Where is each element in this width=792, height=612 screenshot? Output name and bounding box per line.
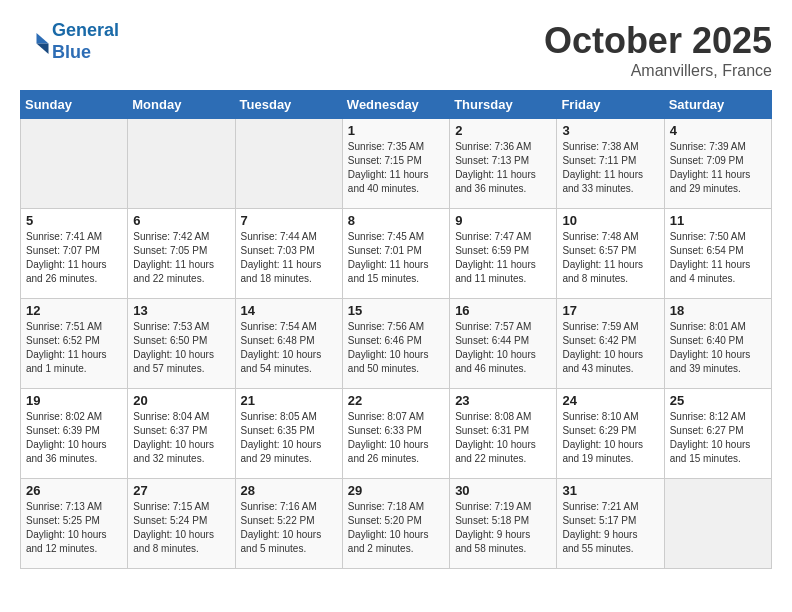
day-info: Sunrise: 7:44 AM Sunset: 7:03 PM Dayligh… <box>241 230 337 286</box>
calendar-cell: 21Sunrise: 8:05 AM Sunset: 6:35 PM Dayli… <box>235 389 342 479</box>
day-number: 26 <box>26 483 122 498</box>
day-number: 22 <box>348 393 444 408</box>
calendar-cell: 24Sunrise: 8:10 AM Sunset: 6:29 PM Dayli… <box>557 389 664 479</box>
day-info: Sunrise: 8:07 AM Sunset: 6:33 PM Dayligh… <box>348 410 444 466</box>
day-number: 29 <box>348 483 444 498</box>
day-number: 24 <box>562 393 658 408</box>
calendar-cell: 29Sunrise: 7:18 AM Sunset: 5:20 PM Dayli… <box>342 479 449 569</box>
calendar-cell: 26Sunrise: 7:13 AM Sunset: 5:25 PM Dayli… <box>21 479 128 569</box>
calendar-cell: 31Sunrise: 7:21 AM Sunset: 5:17 PM Dayli… <box>557 479 664 569</box>
day-info: Sunrise: 7:54 AM Sunset: 6:48 PM Dayligh… <box>241 320 337 376</box>
day-number: 6 <box>133 213 229 228</box>
week-row-4: 19Sunrise: 8:02 AM Sunset: 6:39 PM Dayli… <box>21 389 772 479</box>
day-info: Sunrise: 7:15 AM Sunset: 5:24 PM Dayligh… <box>133 500 229 556</box>
day-info: Sunrise: 7:56 AM Sunset: 6:46 PM Dayligh… <box>348 320 444 376</box>
weekday-header-saturday: Saturday <box>664 91 771 119</box>
day-info: Sunrise: 7:50 AM Sunset: 6:54 PM Dayligh… <box>670 230 766 286</box>
calendar-cell: 8Sunrise: 7:45 AM Sunset: 7:01 PM Daylig… <box>342 209 449 299</box>
day-info: Sunrise: 7:53 AM Sunset: 6:50 PM Dayligh… <box>133 320 229 376</box>
calendar-cell: 9Sunrise: 7:47 AM Sunset: 6:59 PM Daylig… <box>450 209 557 299</box>
day-number: 13 <box>133 303 229 318</box>
calendar-table: SundayMondayTuesdayWednesdayThursdayFrid… <box>20 90 772 569</box>
weekday-header-tuesday: Tuesday <box>235 91 342 119</box>
day-info: Sunrise: 8:01 AM Sunset: 6:40 PM Dayligh… <box>670 320 766 376</box>
day-number: 5 <box>26 213 122 228</box>
calendar-cell: 11Sunrise: 7:50 AM Sunset: 6:54 PM Dayli… <box>664 209 771 299</box>
day-number: 18 <box>670 303 766 318</box>
calendar-cell: 15Sunrise: 7:56 AM Sunset: 6:46 PM Dayli… <box>342 299 449 389</box>
weekday-header-wednesday: Wednesday <box>342 91 449 119</box>
day-number: 19 <box>26 393 122 408</box>
day-number: 23 <box>455 393 551 408</box>
day-info: Sunrise: 7:21 AM Sunset: 5:17 PM Dayligh… <box>562 500 658 556</box>
day-number: 25 <box>670 393 766 408</box>
svg-marker-0 <box>37 33 49 44</box>
day-number: 17 <box>562 303 658 318</box>
day-info: Sunrise: 7:39 AM Sunset: 7:09 PM Dayligh… <box>670 140 766 196</box>
calendar-cell: 17Sunrise: 7:59 AM Sunset: 6:42 PM Dayli… <box>557 299 664 389</box>
day-number: 14 <box>241 303 337 318</box>
day-info: Sunrise: 7:47 AM Sunset: 6:59 PM Dayligh… <box>455 230 551 286</box>
day-info: Sunrise: 8:12 AM Sunset: 6:27 PM Dayligh… <box>670 410 766 466</box>
day-info: Sunrise: 8:05 AM Sunset: 6:35 PM Dayligh… <box>241 410 337 466</box>
day-info: Sunrise: 7:19 AM Sunset: 5:18 PM Dayligh… <box>455 500 551 556</box>
week-row-2: 5Sunrise: 7:41 AM Sunset: 7:07 PM Daylig… <box>21 209 772 299</box>
day-number: 31 <box>562 483 658 498</box>
calendar-cell: 25Sunrise: 8:12 AM Sunset: 6:27 PM Dayli… <box>664 389 771 479</box>
calendar-cell: 1Sunrise: 7:35 AM Sunset: 7:15 PM Daylig… <box>342 119 449 209</box>
calendar-cell <box>664 479 771 569</box>
calendar-cell <box>235 119 342 209</box>
day-number: 3 <box>562 123 658 138</box>
calendar-cell: 13Sunrise: 7:53 AM Sunset: 6:50 PM Dayli… <box>128 299 235 389</box>
day-number: 1 <box>348 123 444 138</box>
logo-text: General Blue <box>52 20 119 63</box>
calendar-cell <box>128 119 235 209</box>
day-number: 4 <box>670 123 766 138</box>
day-info: Sunrise: 7:18 AM Sunset: 5:20 PM Dayligh… <box>348 500 444 556</box>
day-info: Sunrise: 7:36 AM Sunset: 7:13 PM Dayligh… <box>455 140 551 196</box>
calendar-cell: 18Sunrise: 8:01 AM Sunset: 6:40 PM Dayli… <box>664 299 771 389</box>
day-number: 30 <box>455 483 551 498</box>
logo-line1: General <box>52 20 119 40</box>
day-number: 16 <box>455 303 551 318</box>
day-info: Sunrise: 7:59 AM Sunset: 6:42 PM Dayligh… <box>562 320 658 376</box>
svg-marker-1 <box>37 43 49 54</box>
day-number: 21 <box>241 393 337 408</box>
day-info: Sunrise: 8:02 AM Sunset: 6:39 PM Dayligh… <box>26 410 122 466</box>
day-number: 10 <box>562 213 658 228</box>
calendar-cell: 16Sunrise: 7:57 AM Sunset: 6:44 PM Dayli… <box>450 299 557 389</box>
logo: General Blue <box>20 20 119 63</box>
calendar-cell: 28Sunrise: 7:16 AM Sunset: 5:22 PM Dayli… <box>235 479 342 569</box>
day-info: Sunrise: 7:38 AM Sunset: 7:11 PM Dayligh… <box>562 140 658 196</box>
day-number: 7 <box>241 213 337 228</box>
weekday-header-friday: Friday <box>557 91 664 119</box>
day-number: 27 <box>133 483 229 498</box>
calendar-cell: 19Sunrise: 8:02 AM Sunset: 6:39 PM Dayli… <box>21 389 128 479</box>
page-header: General Blue October 2025 Amanvillers, F… <box>20 20 772 80</box>
week-row-5: 26Sunrise: 7:13 AM Sunset: 5:25 PM Dayli… <box>21 479 772 569</box>
weekday-header-thursday: Thursday <box>450 91 557 119</box>
calendar-cell: 20Sunrise: 8:04 AM Sunset: 6:37 PM Dayli… <box>128 389 235 479</box>
calendar-cell: 5Sunrise: 7:41 AM Sunset: 7:07 PM Daylig… <box>21 209 128 299</box>
title-block: October 2025 Amanvillers, France <box>544 20 772 80</box>
day-info: Sunrise: 7:16 AM Sunset: 5:22 PM Dayligh… <box>241 500 337 556</box>
calendar-cell: 6Sunrise: 7:42 AM Sunset: 7:05 PM Daylig… <box>128 209 235 299</box>
day-info: Sunrise: 7:51 AM Sunset: 6:52 PM Dayligh… <box>26 320 122 376</box>
week-row-1: 1Sunrise: 7:35 AM Sunset: 7:15 PM Daylig… <box>21 119 772 209</box>
logo-icon <box>20 27 50 57</box>
day-info: Sunrise: 8:04 AM Sunset: 6:37 PM Dayligh… <box>133 410 229 466</box>
calendar-cell: 30Sunrise: 7:19 AM Sunset: 5:18 PM Dayli… <box>450 479 557 569</box>
day-number: 2 <box>455 123 551 138</box>
calendar-cell: 4Sunrise: 7:39 AM Sunset: 7:09 PM Daylig… <box>664 119 771 209</box>
day-number: 15 <box>348 303 444 318</box>
day-info: Sunrise: 7:35 AM Sunset: 7:15 PM Dayligh… <box>348 140 444 196</box>
day-number: 28 <box>241 483 337 498</box>
calendar-cell: 2Sunrise: 7:36 AM Sunset: 7:13 PM Daylig… <box>450 119 557 209</box>
weekday-header-sunday: Sunday <box>21 91 128 119</box>
day-info: Sunrise: 7:41 AM Sunset: 7:07 PM Dayligh… <box>26 230 122 286</box>
calendar-cell: 7Sunrise: 7:44 AM Sunset: 7:03 PM Daylig… <box>235 209 342 299</box>
day-info: Sunrise: 7:57 AM Sunset: 6:44 PM Dayligh… <box>455 320 551 376</box>
day-info: Sunrise: 7:45 AM Sunset: 7:01 PM Dayligh… <box>348 230 444 286</box>
calendar-cell: 14Sunrise: 7:54 AM Sunset: 6:48 PM Dayli… <box>235 299 342 389</box>
day-number: 20 <box>133 393 229 408</box>
